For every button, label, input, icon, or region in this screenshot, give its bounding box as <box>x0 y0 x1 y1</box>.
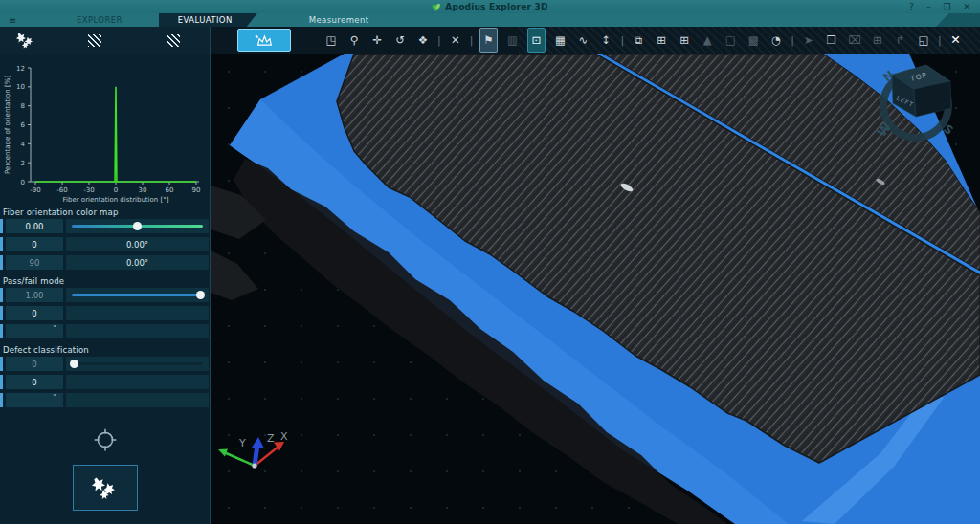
parameter-row: 00.00° <box>0 237 209 251</box>
value-input-field[interactable]: 0.00 <box>6 219 63 233</box>
value-input-field[interactable]: 0 <box>6 357 63 371</box>
export-icon[interactable]: ↱ <box>892 28 908 53</box>
axis-label-x: X <box>280 430 288 443</box>
tab-explorer[interactable]: EXPLORER <box>57 13 142 27</box>
pan-icon[interactable]: ✛ <box>369 28 386 53</box>
value-input-field[interactable]: 0 <box>6 306 63 320</box>
crown-icon <box>255 33 274 48</box>
row-accent-bar <box>0 324 3 338</box>
window-export-icon[interactable]: ◱ <box>915 28 931 53</box>
height-range-icon[interactable]: ↕ <box>598 28 614 53</box>
x-tick-label: 60 <box>166 186 174 194</box>
profile-comb-icon[interactable]: ▥ <box>504 28 521 53</box>
minimize-button[interactable]: – <box>926 0 931 13</box>
parameter-row: 1.00 <box>0 288 209 302</box>
dropdown-field[interactable]: ˅ <box>6 324 63 338</box>
defect-splatter-icon <box>88 474 122 501</box>
sidebar-toolbar <box>0 27 211 54</box>
fit-view-icon[interactable]: ❖ <box>415 28 432 53</box>
slider-track[interactable] <box>72 294 203 296</box>
orientation-paint-tool[interactable] <box>237 29 291 52</box>
axis-label-z: Z <box>267 432 275 445</box>
3d-scene-canvas[interactable]: N W S TOP LEFT Y Z X <box>211 54 980 524</box>
toolbar-separator: | <box>437 34 441 47</box>
viewport-toolbar: ◳⚲✛↺❖|✕|⚑▥⊡▦∿↕|⧉⊞⊞▲□▩◔|➤❒⌧⊞↱◱|✕ <box>211 27 980 54</box>
hatch-icon <box>167 34 180 47</box>
slider-cell[interactable] <box>66 288 209 302</box>
view-tools-group: ◳⚲✛↺❖|✕|⚑▥⊡▦∿↕|⧉⊞⊞▲□▩◔|➤❒⌧⊞↱◱|✕ <box>320 28 968 53</box>
hatch-region-tool[interactable] <box>88 34 101 47</box>
value-input-field[interactable]: 1.00 <box>6 288 63 302</box>
defect-splatter-button[interactable] <box>73 465 138 511</box>
chart-y-axis-title: Percentage of orientation [%] <box>4 76 11 174</box>
slider-thumb[interactable] <box>133 222 142 230</box>
hatch-region-alt-tool[interactable] <box>167 34 180 47</box>
move-plane-icon[interactable]: ⊞ <box>654 28 670 53</box>
selection-frame-button[interactable] <box>154 520 198 524</box>
parameter-row: 0.00 <box>0 219 209 233</box>
slider-track[interactable] <box>72 362 203 365</box>
help-button[interactable]: ? <box>909 0 914 13</box>
fill-region-icon[interactable]: ▩ <box>746 28 762 53</box>
3d-viewport[interactable]: N W S TOP LEFT Y Z X <box>211 54 980 524</box>
move-plane-alt-icon[interactable]: ⊞ <box>677 28 693 53</box>
value-input-field[interactable]: 0 <box>6 237 63 251</box>
maximize-button[interactable]: ❐ <box>943 0 950 13</box>
defect-marks-tool[interactable] <box>13 31 38 50</box>
close-button[interactable]: ✕ <box>963 0 970 13</box>
parameter-row: ˅ <box>0 393 209 407</box>
gauge-icon[interactable]: ◔ <box>768 28 785 53</box>
x-tick-label: 30 <box>139 186 147 194</box>
rotate-icon[interactable]: ↺ <box>392 28 409 53</box>
toolbar-separator: | <box>791 34 794 47</box>
apodius-logo-icon <box>432 2 441 11</box>
empty-cell <box>66 375 209 389</box>
remove-layout-button[interactable] <box>83 520 127 524</box>
close-tools-icon[interactable]: ✕ <box>947 28 964 53</box>
row-accent-bar <box>0 393 3 407</box>
table-add-icon[interactable]: ⊞ <box>869 28 885 53</box>
tab-evaluation[interactable]: EVALUATION <box>159 13 257 27</box>
slider-cell[interactable] <box>66 219 209 233</box>
section-label: Fiber orientation color map <box>0 205 210 219</box>
center-target-button[interactable] <box>83 425 127 455</box>
y-tick-label: 8 <box>21 102 25 110</box>
slider-thumb[interactable] <box>70 360 78 368</box>
readout-value: 0.00° <box>66 255 209 270</box>
x-tick-label: -90 <box>30 186 40 194</box>
zoom-window-icon[interactable]: ◳ <box>323 28 340 53</box>
value-input-field[interactable]: 0 <box>6 375 63 389</box>
row-accent-bar <box>0 255 3 270</box>
parameter-sections: Fiber orientation color map0.0000.00°900… <box>0 205 210 411</box>
bounds-icon[interactable]: □ <box>723 28 739 53</box>
spline-icon[interactable]: ∿ <box>575 28 591 53</box>
clear-selection-icon[interactable]: ✕ <box>447 28 463 53</box>
pick-transfer-icon[interactable]: ➤ <box>800 28 816 53</box>
dropdown-field[interactable]: ˅ <box>6 393 63 407</box>
parameter-row: 0 <box>0 306 209 320</box>
slider-thumb[interactable] <box>196 291 205 299</box>
trash-icon[interactable]: ⌧ <box>846 28 862 53</box>
axis-label-y: Y <box>238 437 246 449</box>
flag-annotation-icon[interactable]: ⚑ <box>479 28 498 53</box>
x-tick-label: -60 <box>56 186 67 194</box>
x-tick-label: -30 <box>83 186 94 194</box>
empty-cell <box>66 324 209 338</box>
zoom-icon[interactable]: ⚲ <box>346 28 363 53</box>
tabbar-accent-wedge <box>936 13 980 27</box>
parameter-row: 0 <box>0 375 209 389</box>
tab-measurement[interactable]: Measurement <box>290 13 389 27</box>
warning-icon[interactable]: ▲ <box>700 28 716 53</box>
hamburger-menu-icon[interactable]: ≡ <box>0 13 25 27</box>
point-grid-icon[interactable]: ▦ <box>552 28 568 53</box>
texture-view-icon[interactable]: ⊡ <box>527 28 546 53</box>
value-input-field[interactable]: 90 <box>6 255 63 270</box>
add-layout-button[interactable] <box>11 520 56 524</box>
x-tick-label: 90 <box>192 186 201 194</box>
toolbar-separator: | <box>938 34 942 47</box>
slider-cell[interactable] <box>66 357 209 371</box>
empty-cell <box>66 306 209 320</box>
snapshot-icon[interactable]: ⧉ <box>631 28 647 53</box>
chart-x-axis-title: Fiber orientation distribution [°] <box>63 196 169 204</box>
report-add-icon[interactable]: ❒ <box>823 28 839 53</box>
